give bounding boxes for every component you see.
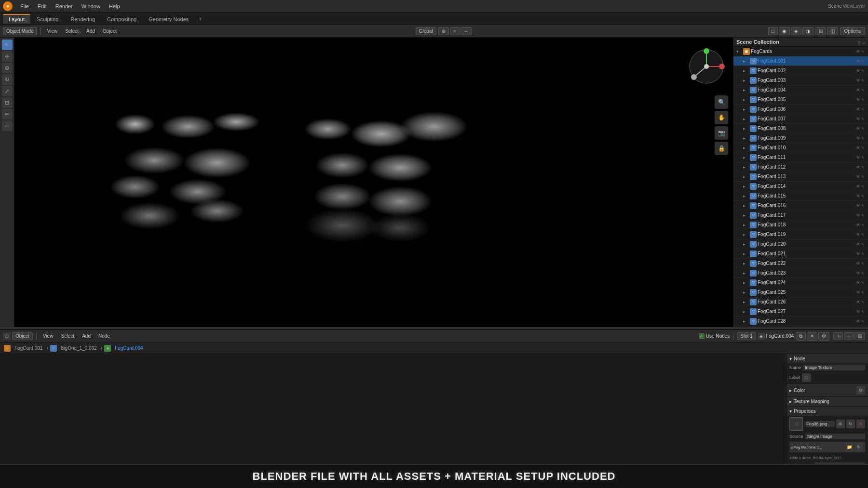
- menu-help[interactable]: Help: [105, 2, 124, 10]
- pan-btn[interactable]: ✋: [715, 111, 728, 124]
- mode-selector[interactable]: Object Mode: [3, 27, 37, 35]
- transform-orientation[interactable]: Global: [416, 27, 436, 35]
- outliner-item-fogcard023[interactable]: ▸ ▽ FogCard.023 👁 ↖: [733, 268, 868, 278]
- eye-icon-1[interactable]: 👁: [856, 68, 860, 73]
- visibility-icon-001[interactable]: ↖: [861, 59, 865, 64]
- tool-rotate[interactable]: ↻: [2, 74, 13, 85]
- navigation-gizmo[interactable]: [687, 47, 726, 86]
- tool-cursor[interactable]: ✛: [2, 51, 13, 62]
- outliner-item-fogcard018[interactable]: ▸ ▽ FogCard.018 👁 ↖: [733, 220, 868, 230]
- add-tab-btn[interactable]: +: [195, 15, 205, 23]
- vis-icon-7[interactable]: ↖: [861, 126, 865, 131]
- vis-icon-15[interactable]: ↖: [861, 203, 865, 208]
- outliner-item-fogcard011[interactable]: ▸ ▽ FogCard.011 👁 ↖: [733, 153, 868, 162]
- vis-icon-18[interactable]: ↖: [861, 232, 865, 237]
- eye-icon-22[interactable]: 👁: [856, 271, 860, 276]
- tool-move[interactable]: ⊕: [2, 63, 13, 73]
- tool-select[interactable]: ↖: [2, 40, 13, 50]
- node-canvas[interactable]: Fog36.png ✕ □ Fog36.png ⊕ □ ↗ ✕: [0, 354, 786, 464]
- vis-icon-16[interactable]: ↖: [861, 213, 865, 218]
- toolbar-add[interactable]: Add: [83, 27, 98, 35]
- outliner-item-fogcard003[interactable]: ▸ ▽ FogCard.003 👁 ↖: [733, 76, 868, 85]
- vis-icon-23[interactable]: ↖: [861, 280, 865, 285]
- unlink-mat-btn[interactable]: ✕: [807, 332, 817, 341]
- grid-snap-btn[interactable]: ⊞: [854, 332, 865, 340]
- tool-transform[interactable]: ⊞: [2, 97, 13, 108]
- vis-icon-22[interactable]: ↖: [861, 271, 865, 276]
- outliner-item-fogcard016[interactable]: ▸ ▽ FogCard.016 👁 ↖: [733, 201, 868, 211]
- node-node-menu[interactable]: Node: [95, 332, 113, 340]
- menu-edit[interactable]: Edit: [34, 2, 51, 10]
- viewport-shading-wire[interactable]: □: [768, 27, 778, 35]
- tool-measure[interactable]: ↔: [2, 120, 13, 131]
- tab-compositing[interactable]: Compositing: [101, 14, 142, 24]
- outliner-item-fogcard014[interactable]: ▸ ▽ FogCard.014 👁 ↖: [733, 182, 868, 191]
- camera-nav-btn[interactable]: 📷: [715, 126, 728, 140]
- pointer-icon[interactable]: ↖: [861, 49, 865, 54]
- eye-icon-18[interactable]: 👁: [856, 232, 860, 237]
- color-section-header[interactable]: ▸ Color ⚙: [787, 384, 868, 396]
- tab-geometry-nodes[interactable]: Geometry Nodes: [143, 14, 194, 24]
- node-add-menu[interactable]: Add: [79, 332, 94, 340]
- breadcrumb-item-3[interactable]: FogCard.004: [113, 344, 145, 352]
- vis-icon-11[interactable]: ↖: [861, 165, 865, 170]
- vis-icon-19[interactable]: ↖: [861, 242, 865, 247]
- outliner-item-fogcard025[interactable]: ▸ ▽ FogCard.025 👁 ↖: [733, 288, 868, 297]
- vis-icon-27[interactable]: ↖: [861, 319, 865, 324]
- color-options-btn[interactable]: ⚙: [856, 386, 865, 395]
- tab-sculpting[interactable]: Sculpting: [31, 14, 64, 24]
- outliner-item-fogcard022[interactable]: ▸ ▽ FogCard.022 👁 ↖: [733, 259, 868, 268]
- eye-icon-13[interactable]: 👁: [856, 184, 860, 189]
- properties-section-header[interactable]: ▾ Properties: [787, 407, 868, 416]
- copy-mat-btn[interactable]: ⧉: [796, 332, 806, 341]
- outliner-item-fogcard007[interactable]: ▸ ▽ FogCard.007 👁 ↖: [733, 114, 868, 124]
- vis-icon-20[interactable]: ↖: [861, 251, 865, 256]
- eye-icon-14[interactable]: 👁: [856, 194, 860, 198]
- proportional-btn[interactable]: ○: [450, 27, 460, 35]
- eye-icon-21[interactable]: 👁: [856, 261, 860, 266]
- slot-selector[interactable]: Slot 1: [737, 332, 756, 340]
- xray-btn[interactable]: ◫: [827, 27, 838, 35]
- vis-icon-26[interactable]: ↖: [861, 309, 865, 314]
- eye-icon[interactable]: 👁: [856, 49, 860, 54]
- eye-icon-5[interactable]: 👁: [856, 107, 860, 112]
- eye-icon-20[interactable]: 👁: [856, 251, 860, 256]
- outliner-item-fogcard013[interactable]: ▸ ▽ FogCard.013 👁 ↖: [733, 172, 868, 182]
- vis-icon-17[interactable]: ↖: [861, 223, 865, 227]
- eye-icon-8[interactable]: 👁: [856, 136, 860, 141]
- vis-icon-4[interactable]: ↖: [861, 97, 865, 102]
- vis-icon-10[interactable]: ↖: [861, 155, 865, 160]
- eye-icon-15[interactable]: 👁: [856, 203, 860, 208]
- outliner-item-fogcard010[interactable]: ▸ ▽ FogCard.010 👁 ↖: [733, 143, 868, 153]
- node-settings-btn[interactable]: ⚙: [818, 332, 829, 341]
- use-nodes-checkbox[interactable]: ✓: [699, 333, 705, 339]
- reload-file-btn[interactable]: ↻: [846, 420, 855, 428]
- browse-file-btn[interactable]: ⊕: [836, 420, 845, 428]
- outliner-item-fogcard024[interactable]: ▸ ▽ FogCard.024 👁 ↖: [733, 278, 868, 288]
- vis-icon-25[interactable]: ↖: [861, 300, 865, 304]
- lock-btn[interactable]: 🔒: [715, 142, 728, 155]
- name-value[interactable]: Image Texture: [803, 365, 865, 370]
- vis-icon-13[interactable]: ↖: [861, 184, 865, 189]
- eye-icon-25[interactable]: 👁: [856, 300, 860, 304]
- vis-icon-2[interactable]: ↖: [861, 78, 865, 83]
- outliner-item-fogcard009[interactable]: ▸ ▽ FogCard.009 👁 ↖: [733, 133, 868, 143]
- eye-icon-4[interactable]: 👁: [856, 97, 860, 102]
- eye-icon-11[interactable]: 👁: [856, 165, 860, 170]
- node-mode-selector[interactable]: Object: [12, 332, 33, 340]
- vis-icon-3[interactable]: ↖: [861, 88, 865, 92]
- eye-icon-27[interactable]: 👁: [856, 319, 860, 324]
- vis-icon-9[interactable]: ↖: [861, 145, 865, 150]
- vis-icon-14[interactable]: ↖: [861, 194, 865, 198]
- outliner-item-fogcard017[interactable]: ▸ ▽ FogCard.017 👁 ↖: [733, 211, 868, 220]
- options-btn[interactable]: Options: [840, 27, 865, 35]
- outliner-item-fogcard015[interactable]: ▸ ▽ FogCard.015 👁 ↖: [733, 191, 868, 201]
- tool-scale[interactable]: ⤢: [2, 86, 13, 96]
- color-space-value[interactable]: sRGB: [814, 462, 865, 464]
- viewport-shading-render[interactable]: ◑: [802, 27, 814, 35]
- toolbar-select[interactable]: Select: [62, 27, 81, 35]
- transform-btn[interactable]: ↔: [461, 27, 472, 35]
- open-folder-btn[interactable]: 📁: [845, 443, 854, 451]
- tab-rendering[interactable]: Rendering: [65, 14, 101, 24]
- outliner-item-fogcard028[interactable]: ▸ ▽ FogCard.028 👁 ↖: [733, 317, 868, 326]
